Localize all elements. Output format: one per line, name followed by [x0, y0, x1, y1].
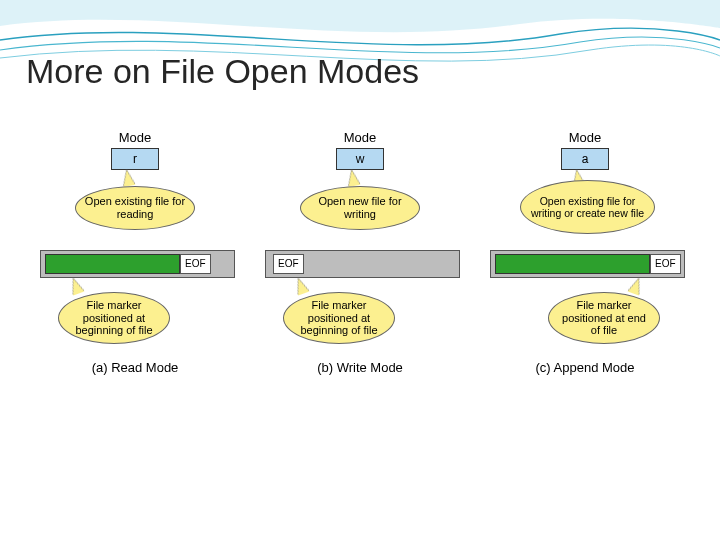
- file-content-bar: [495, 254, 650, 274]
- open-description-callout: Open existing file for writing or create…: [520, 180, 655, 234]
- eof-marker: EOF: [273, 254, 304, 274]
- eof-marker: EOF: [180, 254, 211, 274]
- mode-header-label: Mode: [344, 130, 377, 145]
- callout-tail: [293, 276, 310, 295]
- mode-header-label: Mode: [119, 130, 152, 145]
- modes-diagram: Mode r Open existing file for reading EO…: [30, 130, 690, 410]
- mode-header-label: Mode: [569, 130, 602, 145]
- mode-caption: (a) Read Mode: [30, 360, 240, 375]
- mode-column-append: Mode a Open existing file for writing or…: [480, 130, 690, 410]
- mode-letter-box: a: [561, 148, 609, 170]
- callout-tail: [346, 169, 361, 187]
- mode-caption: (b) Write Mode: [255, 360, 465, 375]
- mode-column-write: Mode w Open new file for writing EOF Fil…: [255, 130, 465, 410]
- callout-tail: [68, 276, 85, 295]
- callout-tail: [628, 276, 645, 295]
- eof-marker: EOF: [650, 254, 681, 274]
- open-description-callout: Open new file for writing: [300, 186, 420, 230]
- slide-title: More on File Open Modes: [26, 52, 419, 91]
- marker-description-callout: File marker positioned at beginning of f…: [283, 292, 395, 344]
- mode-caption: (c) Append Mode: [480, 360, 690, 375]
- marker-description-callout: File marker positioned at beginning of f…: [58, 292, 170, 344]
- marker-description-callout: File marker positioned at end of file: [548, 292, 660, 344]
- open-description-callout: Open existing file for reading: [75, 186, 195, 230]
- callout-tail: [121, 169, 136, 187]
- mode-letter-box: r: [111, 148, 159, 170]
- mode-letter-box: w: [336, 148, 384, 170]
- file-content-bar: [45, 254, 180, 274]
- mode-column-read: Mode r Open existing file for reading EO…: [30, 130, 240, 410]
